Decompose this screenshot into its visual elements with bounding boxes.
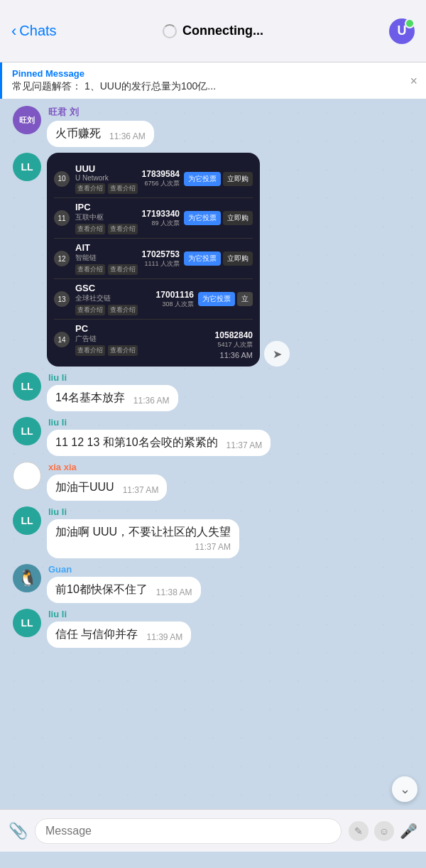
message-row: LL liu li 14名基本放弃 11:36 AM	[7, 372, 419, 411]
avatar: LL	[13, 506, 41, 535]
bubble-wrap: Guan 前10都快保不住了 11:38 AM	[47, 564, 201, 603]
coin-sub: 互联中枢	[75, 212, 142, 222]
message-time: 11:39 AM	[146, 632, 182, 642]
coin-votes: 17839584 6756 人次票	[142, 169, 180, 188]
coin-sub: 广告链	[75, 334, 215, 344]
coin-link[interactable]: 查看介绍	[75, 224, 105, 234]
vote-count: 10582840	[215, 330, 253, 340]
table-row: 11 IPC 互联中枢 查看介绍 查看介绍 17193340 89 人次票	[54, 198, 253, 239]
vote-button[interactable]: 为它投票	[184, 251, 221, 266]
vote-sub: 1111 人次票	[142, 259, 180, 268]
avatar: LL	[13, 372, 41, 401]
bubble-wrap: xia xia 加油干UUU 11:37 AM	[47, 462, 167, 501]
coin-name: UUU	[75, 163, 142, 174]
coin-link[interactable]: 查看介绍	[108, 345, 138, 356]
input-bar: 📎 ✎ ☺ 🎤	[0, 809, 426, 852]
app-icon[interactable]: U	[389, 18, 415, 44]
coin-votes: 10582840 5417 人次票	[215, 330, 253, 349]
vote-button[interactable]: 为它投票	[198, 292, 235, 306]
coin-votes: 17025753 1111 人次票	[142, 249, 180, 268]
sender-name: liu li	[47, 609, 191, 619]
buy-button[interactable]: 立即购	[223, 172, 253, 186]
message-text: 加油啊 UUU，不要让社区的人失望	[55, 526, 231, 538]
chat-area: 旺刘 旺君 刘 火币赚死 11:36 AM LL 10 UUU	[0, 99, 426, 809]
mic-icon[interactable]: 🎤	[400, 823, 417, 840]
buy-button[interactable]: 立即购	[223, 251, 253, 266]
connecting-spinner-icon	[163, 24, 177, 38]
message-row: xia xia 加油干UUU 11:37 AM	[7, 462, 419, 501]
coin-sub: 全球社交链	[75, 293, 156, 303]
pinned-close-button[interactable]: ×	[410, 73, 417, 88]
sender-name: liu li	[47, 372, 178, 383]
coin-link[interactable]: 查看介绍	[108, 183, 138, 194]
input-right-icons: ✎ ☺ 🎤	[349, 821, 417, 841]
coin-name: IPC	[75, 202, 142, 212]
emoji-icon[interactable]: ☺	[374, 821, 394, 841]
vote-button[interactable]: 为它投票	[184, 211, 221, 225]
coin-sub: 智能链	[75, 253, 142, 263]
table-row: 13 GSC 全球社交链 查看介绍 查看介绍 17001116 308 人次票	[54, 279, 253, 320]
message-bubble: 11 12 13 和第10名会咬的紧紧的 11:37 AM	[47, 430, 271, 456]
vote-button[interactable]: 为它投票	[184, 172, 221, 186]
rank-number: 14	[54, 332, 70, 347]
scroll-down-button[interactable]: ⌄	[392, 776, 417, 802]
rank-number: 12	[54, 251, 70, 266]
message-text: 11 12 13 和第10名会咬的紧紧的	[55, 435, 218, 450]
vote-sub: 6756 人次票	[142, 179, 180, 188]
coin-link[interactable]: 查看介绍	[75, 345, 105, 356]
message-bubble: 前10都快保不住了 11:38 AM	[47, 577, 201, 603]
pinned-message-bar[interactable]: Pinned Message 常见问题解答： 1、UUU的发行总量为100亿..…	[0, 63, 426, 99]
coin-link[interactable]: 查看介绍	[108, 224, 138, 234]
message-time: 11:37 AM	[195, 542, 231, 552]
message-time: 11:36 AM	[109, 131, 146, 141]
attachment-icon[interactable]: 📎	[9, 822, 28, 840]
message-input[interactable]	[35, 818, 342, 844]
coin-sub: U Network	[75, 174, 142, 182]
coin-link[interactable]: 查看介绍	[75, 183, 105, 194]
message-text: 14名基本放弃	[55, 391, 125, 406]
message-text: 加油干UUU	[55, 480, 114, 495]
message-bubble: 信任 与信仰并存 11:39 AM	[47, 622, 191, 648]
coin-votes: 17001116 308 人次票	[156, 290, 194, 309]
buy-button[interactable]: 立即购	[223, 211, 253, 225]
sender-name: liu li	[47, 506, 239, 517]
message-bubble: 加油啊 UUU，不要让社区的人失望 11:37 AM	[47, 519, 239, 558]
message-row: LL 10 UUU U Network 查看介绍 查看介绍	[7, 153, 419, 367]
coin-link[interactable]: 查看介绍	[75, 264, 105, 275]
avatar: 旺刘	[13, 106, 41, 134]
buy-button[interactable]: 立	[237, 292, 253, 306]
back-button[interactable]: ‹ Chats	[11, 22, 57, 40]
coin-link[interactable]: 查看介绍	[108, 264, 138, 275]
message-text: 信任 与信仰并存	[55, 627, 138, 642]
header: ‹ Chats Connecting... U	[0, 0, 426, 63]
coin-info: GSC 全球社交链 查看介绍 查看介绍	[75, 283, 156, 315]
avatar: LL	[13, 153, 41, 181]
sender-name: 旺君 刘	[47, 106, 154, 119]
bubble-wrap: liu li 11 12 13 和第10名会咬的紧紧的 11:37 AM	[47, 417, 271, 456]
coin-link[interactable]: 查看介绍	[75, 305, 105, 315]
back-label: Chats	[19, 23, 56, 39]
coin-votes: 17193340 89 人次票	[142, 209, 180, 228]
vote-count: 17001116	[156, 290, 194, 300]
message-bubble: 火币赚死 11:36 AM	[47, 121, 154, 147]
message-row: 🐧 Guan 前10都快保不住了 11:38 AM	[7, 564, 419, 603]
coin-link[interactable]: 查看介绍	[108, 305, 138, 315]
sticker-icon[interactable]: ✎	[349, 821, 368, 841]
coin-info: IPC 互联中枢 查看介绍 查看介绍	[75, 202, 142, 234]
avatar: 🐧	[13, 564, 41, 592]
app-icon-letter: U	[398, 23, 407, 38]
chevron-left-icon: ‹	[11, 22, 16, 40]
forward-button[interactable]: ➤	[264, 341, 290, 367]
bubble-wrap: 旺君 刘 火币赚死 11:36 AM	[47, 106, 154, 147]
table-row: 10 UUU U Network 查看介绍 查看介绍 17839584 6756…	[54, 160, 253, 198]
connecting-text: Connecting...	[182, 23, 263, 38]
bubble-wrap: liu li 14名基本放弃 11:36 AM	[47, 372, 178, 411]
avatar	[13, 462, 41, 490]
vote-count: 17193340	[142, 209, 180, 219]
sender-name: xia xia	[47, 462, 167, 472]
ranking-image-bubble: 10 UUU U Network 查看介绍 查看介绍 17839584 6756…	[47, 153, 260, 367]
message-time: 11:38 AM	[156, 587, 192, 597]
message-bubble: 加油干UUU 11:37 AM	[47, 474, 167, 501]
message-row: LL liu li 信任 与信仰并存 11:39 AM	[7, 609, 419, 648]
sender-name: liu li	[47, 417, 271, 428]
